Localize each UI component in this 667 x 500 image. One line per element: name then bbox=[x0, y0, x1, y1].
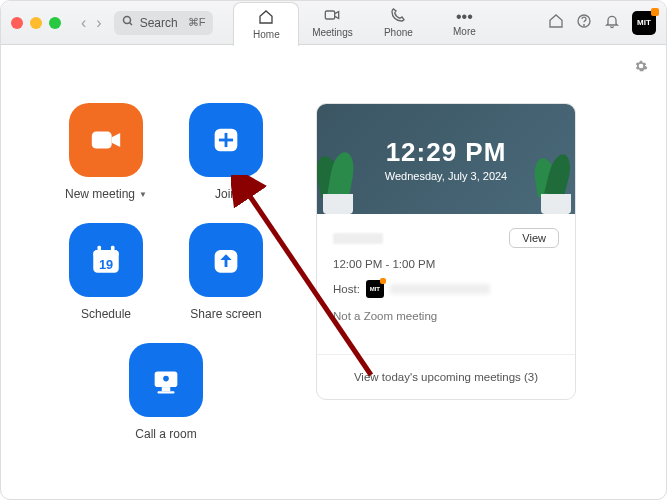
action-grid: New meeting ▼ Join 19 Schedule bbox=[1, 45, 306, 499]
tab-label: Phone bbox=[384, 27, 413, 38]
tab-label: Home bbox=[253, 29, 280, 40]
more-icon: ••• bbox=[456, 9, 473, 25]
host-name bbox=[390, 284, 490, 294]
current-time: 12:29 PM bbox=[386, 137, 507, 168]
call-room-label: Call a room bbox=[135, 427, 196, 441]
schedule-button[interactable]: 19 bbox=[69, 223, 143, 297]
home-shortcut-icon[interactable] bbox=[548, 13, 564, 32]
event-title bbox=[333, 233, 383, 244]
upcoming-panel: 12:29 PM Wednesday, July 3, 2024 View 12… bbox=[306, 45, 666, 499]
svg-rect-16 bbox=[162, 387, 171, 391]
content: New meeting ▼ Join 19 Schedule bbox=[1, 45, 666, 499]
call-room-button[interactable] bbox=[129, 343, 203, 417]
search-field[interactable]: Search ⌘F bbox=[114, 11, 214, 35]
view-all-upcoming[interactable]: View today's upcoming meetings (3) bbox=[317, 354, 575, 399]
top-tabs: Home Meetings Phone ••• More bbox=[233, 1, 497, 45]
view-event-button[interactable]: View bbox=[509, 228, 559, 248]
share-screen-tile: Share screen bbox=[166, 223, 286, 321]
tab-label: More bbox=[453, 26, 476, 37]
tab-more[interactable]: ••• More bbox=[431, 1, 497, 45]
svg-text:19: 19 bbox=[99, 257, 113, 272]
new-meeting-label[interactable]: New meeting ▼ bbox=[65, 187, 147, 201]
svg-rect-2 bbox=[326, 11, 335, 19]
tab-meetings[interactable]: Meetings bbox=[299, 1, 365, 45]
host-avatar: MIT bbox=[366, 280, 384, 298]
back-button[interactable]: ‹ bbox=[77, 12, 90, 34]
fullscreen-window[interactable] bbox=[49, 17, 61, 29]
plant-decor-left bbox=[316, 144, 363, 214]
svg-point-0 bbox=[123, 17, 130, 24]
event-time-range: 12:00 PM - 1:00 PM bbox=[333, 258, 559, 270]
new-meeting-tile: New meeting ▼ bbox=[46, 103, 166, 201]
window-controls bbox=[11, 17, 61, 29]
tab-label: Meetings bbox=[312, 27, 353, 38]
svg-point-18 bbox=[163, 376, 169, 382]
svg-rect-11 bbox=[98, 246, 102, 253]
home-icon bbox=[258, 9, 274, 28]
svg-line-1 bbox=[129, 23, 132, 26]
tab-phone[interactable]: Phone bbox=[365, 1, 431, 45]
upcoming-card: 12:29 PM Wednesday, July 3, 2024 View 12… bbox=[316, 103, 576, 400]
plant-decor-right bbox=[529, 144, 576, 214]
schedule-label: Schedule bbox=[81, 307, 131, 321]
current-date: Wednesday, July 3, 2024 bbox=[385, 170, 508, 182]
new-meeting-button[interactable] bbox=[69, 103, 143, 177]
svg-rect-17 bbox=[158, 391, 175, 393]
svg-point-4 bbox=[584, 25, 585, 26]
nav-arrows: ‹ › bbox=[77, 12, 106, 34]
event-body: View 12:00 PM - 1:00 PM Host: MIT Not a … bbox=[317, 214, 575, 354]
titlebar: ‹ › Search ⌘F Home Meetings Phone bbox=[1, 1, 666, 45]
svg-rect-8 bbox=[219, 139, 233, 142]
search-placeholder: Search bbox=[140, 16, 178, 30]
share-screen-label: Share screen bbox=[190, 307, 261, 321]
close-window[interactable] bbox=[11, 17, 23, 29]
search-icon bbox=[122, 15, 134, 30]
forward-button[interactable]: › bbox=[92, 12, 105, 34]
video-icon bbox=[324, 7, 340, 26]
settings-gear-icon[interactable] bbox=[634, 59, 648, 76]
minimize-window[interactable] bbox=[30, 17, 42, 29]
svg-rect-12 bbox=[111, 246, 115, 253]
svg-rect-5 bbox=[92, 132, 112, 149]
call-room-tile: Call a room bbox=[129, 343, 203, 441]
host-label: Host: bbox=[333, 283, 360, 295]
join-label: Join bbox=[215, 187, 237, 201]
phone-icon bbox=[390, 7, 406, 26]
tab-home[interactable]: Home bbox=[233, 2, 299, 46]
profile-avatar[interactable]: MIT bbox=[632, 11, 656, 35]
titlebar-right: MIT bbox=[548, 11, 656, 35]
bell-icon[interactable] bbox=[604, 13, 620, 32]
clock-banner: 12:29 PM Wednesday, July 3, 2024 bbox=[317, 104, 575, 214]
schedule-tile: 19 Schedule bbox=[46, 223, 166, 321]
share-screen-button[interactable] bbox=[189, 223, 263, 297]
join-button[interactable] bbox=[189, 103, 263, 177]
not-zoom-label: Not a Zoom meeting bbox=[333, 310, 559, 322]
chevron-down-icon: ▼ bbox=[139, 190, 147, 199]
event-host-row: Host: MIT bbox=[333, 280, 559, 298]
join-tile: Join bbox=[166, 103, 286, 201]
search-shortcut: ⌘F bbox=[188, 16, 206, 29]
help-icon[interactable] bbox=[576, 13, 592, 32]
